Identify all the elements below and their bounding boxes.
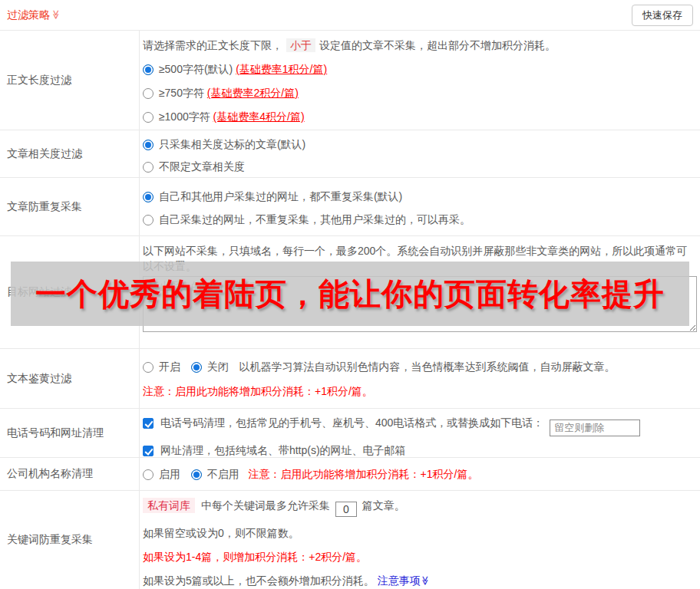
keyword-limit-text: 中每个关键词最多允许采集 — [201, 499, 330, 512]
option-cost-note: (基础费率2积分/篇) — [207, 87, 299, 99]
row-label: 文本鉴黄过滤 — [0, 349, 140, 408]
keyword-dedupe-line1: 私有词库 中每个关键词最多允许采集 篇文章。 — [143, 498, 697, 517]
notes-link[interactable]: 注意事项≫ — [378, 574, 431, 587]
row-label: 文章相关度过滤 — [0, 130, 140, 177]
option-cost-note: (基础费率1积分/篇) — [236, 63, 327, 75]
option-label[interactable]: 自己采集过的网址，不重复采集，其他用户采集过的，可以再采。 — [159, 213, 471, 225]
dedupe-option-all-users: 自己和其他用户采集过的网址，都不重复采集(默认) — [143, 189, 697, 204]
intro-text-after: 设定值的文章不采集，超出部分不增加积分消耗。 — [319, 39, 556, 51]
checkbox-label[interactable]: 网址清理，包括纯域名、带http(s)的网址、电子邮箱 — [160, 444, 406, 456]
keyword-limit-input[interactable] — [335, 502, 357, 517]
body-length-intro: 请选择需求的正文长度下限，小于设定值的文章不采集，超出部分不增加积分消耗。 — [143, 38, 697, 53]
quick-save-button[interactable]: 快速保存 — [632, 5, 693, 26]
radio-porn-on[interactable] — [143, 362, 154, 373]
intro-highlight: 小于 — [286, 38, 315, 52]
phone-clean-option: 电话号码清理，包括常见的手机号、座机号、400电话格式，或替换成如下电话： — [143, 415, 697, 436]
row-relevance-filter: 文章相关度过滤 只采集相关度达标的文章(默认) 不限定文章相关度 — [0, 130, 700, 178]
relevance-option-any: 不限定文章相关度 — [143, 159, 697, 174]
private-lexicon-tag: 私有词库 — [143, 498, 195, 513]
replacement-phone-input[interactable] — [550, 420, 640, 436]
checkbox-label[interactable]: 电话号码清理，包括常见的手机号、座机号、400电话格式，或替换成如下电话： — [160, 416, 543, 429]
keyword-dedupe-line2: 如果留空或设为0，则不限篇数。 — [143, 525, 697, 541]
radio-relevance-strict[interactable] — [143, 140, 154, 150]
option-label[interactable]: ≥500字符(默认) — [159, 63, 233, 75]
company-clean-cost-note: 注意：启用此功能将增加积分消耗：+1积分/篇。 — [249, 468, 479, 480]
watermark-text: 一个优秀的着陆页，能让你的页面转化率提升 — [35, 273, 665, 315]
dedupe-option-self-only: 自己采集过的网址，不重复采集，其他用户采集过的，可以再采。 — [143, 212, 697, 227]
page-title[interactable]: 过滤策略≫ — [7, 8, 61, 22]
radio-company-on[interactable] — [143, 469, 154, 480]
option-label[interactable]: 不限定文章相关度 — [159, 160, 245, 173]
porn-filter-options: 开启 关闭 以机器学习算法自动识别色情内容，当色情概率达到系统阈值，自动屏蔽文章… — [143, 359, 697, 374]
row-label: 关键词防重复采集 — [0, 491, 140, 589]
row-label: 正文长度过滤 — [0, 31, 140, 130]
option-label[interactable]: 不启用 — [207, 468, 239, 480]
relevance-option-strict: 只采集相关度达标的文章(默认) — [143, 137, 697, 152]
row-dedupe-collect: 文章防重复采集 自己和其他用户采集过的网址，都不重复采集(默认) 自己采集过的网… — [0, 178, 700, 236]
option-label[interactable]: 启用 — [159, 468, 180, 480]
chevron-down-icon: ≫ — [418, 576, 433, 586]
page-title-text: 过滤策略 — [7, 8, 50, 21]
option-label[interactable]: 开启 — [159, 360, 180, 373]
row-phone-url-clean: 电话号码和网址清理 电话号码清理，包括常见的手机号、座机号、400电话格式，或替… — [0, 409, 700, 458]
radio-porn-off[interactable] — [191, 362, 202, 373]
company-clean-options: 启用 不启用 注意：启用此功能将增加积分消耗：+1积分/篇。 — [143, 466, 697, 482]
keyword-limit-suffix: 篇文章。 — [362, 499, 405, 512]
radio-dedupe-self-only[interactable] — [143, 215, 154, 225]
keyword-dedupe-cost-note: 如果设为1-4篇，则增加积分消耗：+2积分/篇。 — [143, 549, 697, 564]
keyword-dedupe-line4-text: 如果设为5篇或以上，也不会额外增加积分消耗。 — [143, 574, 375, 587]
radio-relevance-any[interactable] — [143, 162, 154, 173]
chevron-down-icon: ≫ — [51, 9, 61, 19]
row-company-clean: 公司机构名称清理 启用 不启用 注意：启用此功能将增加积分消耗：+1积分/篇。 — [0, 458, 700, 491]
porn-filter-description: 以机器学习算法自动识别色情内容，当色情概率达到系统阈值，自动屏蔽文章。 — [239, 360, 616, 373]
row-label: 公司机构名称清理 — [0, 458, 140, 490]
radio-500-chars[interactable] — [143, 64, 154, 75]
radio-company-off[interactable] — [191, 469, 202, 480]
checkbox-url-clean[interactable] — [143, 446, 154, 456]
checkbox-phone-clean[interactable] — [143, 418, 154, 429]
body-length-option-1000: ≥1000字符 (基础费率4积分/篇) — [143, 109, 697, 124]
porn-filter-cost-note: 注意：启用此功能将增加积分消耗：+1积分/篇。 — [143, 383, 697, 399]
option-cost-note: (基础费率4积分/篇) — [213, 110, 305, 123]
page-header: 过滤策略≫ 快速保存 — [0, 0, 700, 31]
notes-link-label: 注意事项 — [378, 574, 421, 587]
row-body-length-filter: 正文长度过滤 请选择需求的正文长度下限，小于设定值的文章不采集，超出部分不增加积… — [0, 31, 700, 130]
option-label[interactable]: 自己和其他用户采集过的网址，都不重复采集(默认) — [159, 190, 402, 202]
watermark-overlay: 一个优秀的着陆页，能让你的页面转化率提升 — [11, 262, 689, 326]
intro-text-before: 请选择需求的正文长度下限， — [143, 39, 282, 51]
body-length-option-750: ≥750字符 (基础费率2积分/篇) — [143, 85, 697, 100]
url-clean-option: 网址清理，包括纯域名、带http(s)的网址、电子邮箱 — [143, 443, 697, 458]
option-label[interactable]: ≥750字符 — [159, 87, 204, 99]
row-keyword-dedupe: 关键词防重复采集 私有词库 中每个关键词最多允许采集 篇文章。 如果留空或设为0… — [0, 491, 700, 589]
radio-1000-chars[interactable] — [143, 112, 154, 123]
option-label[interactable]: 关闭 — [207, 360, 229, 373]
option-label[interactable]: 只采集相关度达标的文章(默认) — [159, 138, 305, 150]
option-label[interactable]: ≥1000字符 — [159, 110, 210, 123]
radio-dedupe-all-users[interactable] — [143, 192, 154, 202]
body-length-option-500: ≥500字符(默认) (基础费率1积分/篇) — [143, 61, 697, 77]
radio-750-chars[interactable] — [143, 88, 154, 99]
keyword-dedupe-line4: 如果设为5篇或以上，也不会额外增加积分消耗。 注意事项≫ — [143, 573, 697, 588]
row-label: 文章防重复采集 — [0, 178, 140, 235]
row-porn-filter: 文本鉴黄过滤 开启 关闭 以机器学习算法自动识别色情内容，当色情概率达到系统阈值… — [0, 349, 700, 409]
row-label: 电话号码和网址清理 — [0, 409, 140, 457]
